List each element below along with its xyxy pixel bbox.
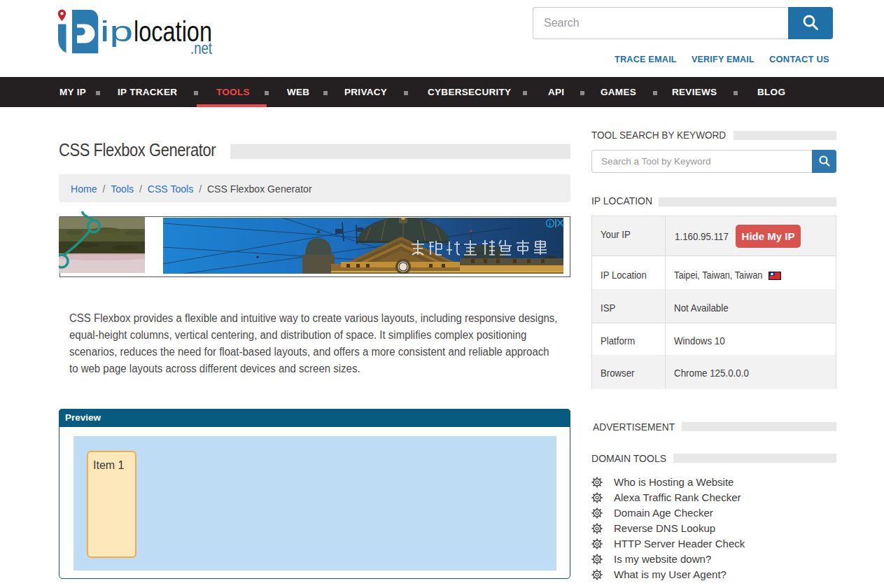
svg-text:i: i [549,220,552,227]
svg-text:.net: .net [190,39,212,57]
svg-text:ip: ip [100,15,133,48]
